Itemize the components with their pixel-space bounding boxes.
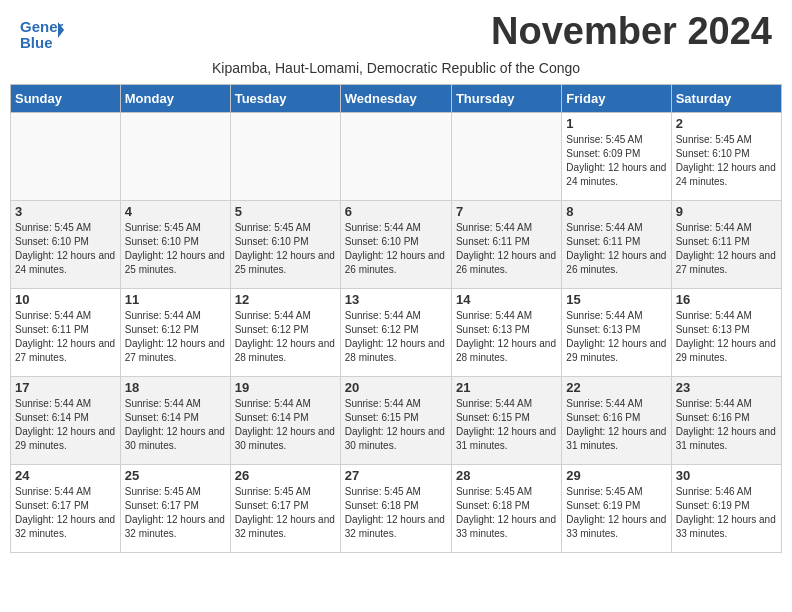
day-info: Sunrise: 5:44 AM Sunset: 6:17 PM Dayligh… [15,485,116,541]
calendar-cell: 8Sunrise: 5:44 AM Sunset: 6:11 PM Daylig… [562,201,671,289]
day-info: Sunrise: 5:45 AM Sunset: 6:09 PM Dayligh… [566,133,666,189]
logo: General Blue [20,14,64,50]
weekday-header-wednesday: Wednesday [340,85,451,113]
day-info: Sunrise: 5:45 AM Sunset: 6:10 PM Dayligh… [15,221,116,277]
header: General Blue November 2024 [0,0,792,58]
weekday-header-thursday: Thursday [451,85,561,113]
day-number: 13 [345,292,447,307]
day-info: Sunrise: 5:44 AM Sunset: 6:12 PM Dayligh… [345,309,447,365]
calendar-cell [11,113,121,201]
day-info: Sunrise: 5:44 AM Sunset: 6:11 PM Dayligh… [456,221,557,277]
day-number: 5 [235,204,336,219]
day-number: 18 [125,380,226,395]
calendar-cell: 30Sunrise: 5:46 AM Sunset: 6:19 PM Dayli… [671,465,781,553]
day-info: Sunrise: 5:44 AM Sunset: 6:16 PM Dayligh… [676,397,777,453]
day-info: Sunrise: 5:44 AM Sunset: 6:14 PM Dayligh… [235,397,336,453]
calendar-cell: 28Sunrise: 5:45 AM Sunset: 6:18 PM Dayli… [451,465,561,553]
weekday-header-row: SundayMondayTuesdayWednesdayThursdayFrid… [11,85,782,113]
day-info: Sunrise: 5:45 AM Sunset: 6:17 PM Dayligh… [235,485,336,541]
day-number: 11 [125,292,226,307]
calendar-cell: 21Sunrise: 5:44 AM Sunset: 6:15 PM Dayli… [451,377,561,465]
day-info: Sunrise: 5:44 AM Sunset: 6:11 PM Dayligh… [15,309,116,365]
calendar-cell: 5Sunrise: 5:45 AM Sunset: 6:10 PM Daylig… [230,201,340,289]
day-info: Sunrise: 5:44 AM Sunset: 6:14 PM Dayligh… [15,397,116,453]
day-number: 14 [456,292,557,307]
day-info: Sunrise: 5:44 AM Sunset: 6:13 PM Dayligh… [566,309,666,365]
day-info: Sunrise: 5:44 AM Sunset: 6:11 PM Dayligh… [566,221,666,277]
calendar-cell: 17Sunrise: 5:44 AM Sunset: 6:14 PM Dayli… [11,377,121,465]
calendar-cell: 14Sunrise: 5:44 AM Sunset: 6:13 PM Dayli… [451,289,561,377]
calendar-week-row: 3Sunrise: 5:45 AM Sunset: 6:10 PM Daylig… [11,201,782,289]
day-number: 28 [456,468,557,483]
day-number: 23 [676,380,777,395]
day-number: 15 [566,292,666,307]
calendar-cell [451,113,561,201]
day-number: 22 [566,380,666,395]
calendar-week-row: 1Sunrise: 5:45 AM Sunset: 6:09 PM Daylig… [11,113,782,201]
calendar-cell: 7Sunrise: 5:44 AM Sunset: 6:11 PM Daylig… [451,201,561,289]
calendar-cell: 9Sunrise: 5:44 AM Sunset: 6:11 PM Daylig… [671,201,781,289]
calendar-cell: 3Sunrise: 5:45 AM Sunset: 6:10 PM Daylig… [11,201,121,289]
weekday-header-tuesday: Tuesday [230,85,340,113]
day-number: 29 [566,468,666,483]
calendar-cell [230,113,340,201]
day-info: Sunrise: 5:44 AM Sunset: 6:11 PM Dayligh… [676,221,777,277]
calendar-cell: 23Sunrise: 5:44 AM Sunset: 6:16 PM Dayli… [671,377,781,465]
calendar-cell: 27Sunrise: 5:45 AM Sunset: 6:18 PM Dayli… [340,465,451,553]
calendar-cell: 29Sunrise: 5:45 AM Sunset: 6:19 PM Dayli… [562,465,671,553]
day-info: Sunrise: 5:44 AM Sunset: 6:14 PM Dayligh… [125,397,226,453]
subtitle: Kipamba, Haut-Lomami, Democratic Republi… [0,58,792,84]
calendar-week-row: 10Sunrise: 5:44 AM Sunset: 6:11 PM Dayli… [11,289,782,377]
day-number: 1 [566,116,666,131]
calendar-cell: 12Sunrise: 5:44 AM Sunset: 6:12 PM Dayli… [230,289,340,377]
day-info: Sunrise: 5:44 AM Sunset: 6:15 PM Dayligh… [345,397,447,453]
calendar-cell: 25Sunrise: 5:45 AM Sunset: 6:17 PM Dayli… [120,465,230,553]
day-info: Sunrise: 5:44 AM Sunset: 6:13 PM Dayligh… [676,309,777,365]
day-number: 20 [345,380,447,395]
calendar-cell: 11Sunrise: 5:44 AM Sunset: 6:12 PM Dayli… [120,289,230,377]
calendar-cell: 6Sunrise: 5:44 AM Sunset: 6:10 PM Daylig… [340,201,451,289]
day-number: 12 [235,292,336,307]
day-info: Sunrise: 5:45 AM Sunset: 6:18 PM Dayligh… [345,485,447,541]
logo-icon: General Blue [20,14,60,50]
day-number: 26 [235,468,336,483]
calendar-cell: 22Sunrise: 5:44 AM Sunset: 6:16 PM Dayli… [562,377,671,465]
calendar-cell: 20Sunrise: 5:44 AM Sunset: 6:15 PM Dayli… [340,377,451,465]
weekday-header-sunday: Sunday [11,85,121,113]
calendar-cell: 18Sunrise: 5:44 AM Sunset: 6:14 PM Dayli… [120,377,230,465]
day-number: 3 [15,204,116,219]
calendar-cell: 26Sunrise: 5:45 AM Sunset: 6:17 PM Dayli… [230,465,340,553]
calendar-cell [120,113,230,201]
month-title: November 2024 [491,10,772,53]
calendar-body: 1Sunrise: 5:45 AM Sunset: 6:09 PM Daylig… [11,113,782,553]
day-info: Sunrise: 5:44 AM Sunset: 6:10 PM Dayligh… [345,221,447,277]
day-info: Sunrise: 5:45 AM Sunset: 6:10 PM Dayligh… [676,133,777,189]
day-number: 8 [566,204,666,219]
calendar-cell: 24Sunrise: 5:44 AM Sunset: 6:17 PM Dayli… [11,465,121,553]
day-info: Sunrise: 5:44 AM Sunset: 6:15 PM Dayligh… [456,397,557,453]
day-number: 25 [125,468,226,483]
day-info: Sunrise: 5:44 AM Sunset: 6:12 PM Dayligh… [235,309,336,365]
day-number: 24 [15,468,116,483]
weekday-header-friday: Friday [562,85,671,113]
day-info: Sunrise: 5:45 AM Sunset: 6:18 PM Dayligh… [456,485,557,541]
day-info: Sunrise: 5:44 AM Sunset: 6:16 PM Dayligh… [566,397,666,453]
day-number: 9 [676,204,777,219]
weekday-header-saturday: Saturday [671,85,781,113]
calendar-cell: 4Sunrise: 5:45 AM Sunset: 6:10 PM Daylig… [120,201,230,289]
day-number: 19 [235,380,336,395]
day-info: Sunrise: 5:45 AM Sunset: 6:10 PM Dayligh… [125,221,226,277]
day-info: Sunrise: 5:44 AM Sunset: 6:12 PM Dayligh… [125,309,226,365]
calendar-cell: 15Sunrise: 5:44 AM Sunset: 6:13 PM Dayli… [562,289,671,377]
calendar-cell: 10Sunrise: 5:44 AM Sunset: 6:11 PM Dayli… [11,289,121,377]
day-number: 7 [456,204,557,219]
calendar-cell: 13Sunrise: 5:44 AM Sunset: 6:12 PM Dayli… [340,289,451,377]
day-number: 27 [345,468,447,483]
calendar-cell: 19Sunrise: 5:44 AM Sunset: 6:14 PM Dayli… [230,377,340,465]
day-number: 30 [676,468,777,483]
day-number: 2 [676,116,777,131]
day-number: 16 [676,292,777,307]
svg-text:General: General [20,18,64,35]
calendar-header: SundayMondayTuesdayWednesdayThursdayFrid… [11,85,782,113]
day-number: 4 [125,204,226,219]
